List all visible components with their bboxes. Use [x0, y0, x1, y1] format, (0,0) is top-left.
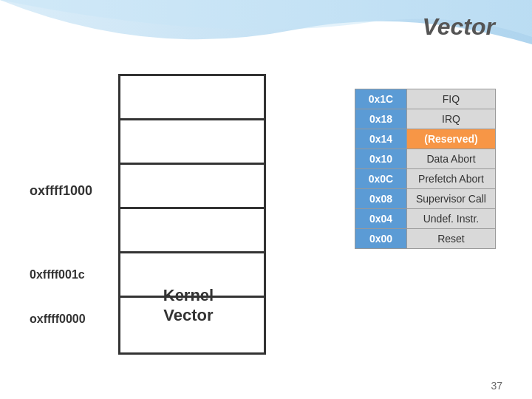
table-cell-name: Prefetch Abort: [407, 169, 496, 189]
table-cell-addr: 0x08: [355, 189, 407, 209]
table-cell-name: Data Abort: [407, 149, 496, 169]
table-cell-addr: 0x10: [355, 149, 407, 169]
table-cell-addr: 0x1C: [355, 89, 407, 109]
memory-diagram: oxffff1000 0xffff001c oxffff0000 KernelV…: [22, 74, 332, 355]
table-cell-addr: 0x04: [355, 209, 407, 229]
table-cell-addr: 0x0C: [355, 169, 407, 189]
table-row: 0x10Data Abort: [355, 149, 496, 169]
ladder-row-1: [120, 74, 264, 118]
table-cell-name: Undef. Instr.: [407, 209, 496, 229]
table-cell-addr: 0x18: [355, 109, 407, 129]
address-label-ffff1000: oxffff1000: [30, 183, 92, 199]
ladder-bottom: [120, 352, 264, 355]
ladder-row-3: [120, 163, 264, 207]
table-cell-name: (Reserved): [407, 129, 496, 149]
table-cell-name: Reset: [407, 229, 496, 249]
main-content: oxffff1000 0xffff001c oxffff0000 KernelV…: [22, 74, 510, 377]
table-cell-name: Supervisor Call: [407, 189, 496, 209]
table-row: 0x18IRQ: [355, 109, 496, 129]
page-number: 37: [491, 380, 502, 392]
table-row: 0x14(Reserved): [355, 129, 496, 149]
table-cell-addr: 0x14: [355, 129, 407, 149]
vector-table: 0x1CFIQ0x18IRQ0x14(Reserved)0x10Data Abo…: [355, 89, 496, 249]
vector-table-container: 0x1CFIQ0x18IRQ0x14(Reserved)0x10Data Abo…: [332, 74, 496, 249]
table-cell-addr: 0x00: [355, 229, 407, 249]
table-row: 0x0CPrefetch Abort: [355, 169, 496, 189]
table-row: 0x00Reset: [355, 229, 496, 249]
table-cell-name: FIQ: [407, 89, 496, 109]
ladder-row-4: [120, 207, 264, 251]
table-row: 0x1CFIQ: [355, 89, 496, 109]
ladder-row-2: [120, 118, 264, 163]
address-label-ffff0000: oxffff0000: [30, 313, 86, 326]
kernel-vector-label: KernelVector: [126, 286, 251, 325]
table-row: 0x04Undef. Instr.: [355, 209, 496, 229]
table-cell-name: IRQ: [407, 109, 496, 129]
address-label-ffff001c: 0xffff001c: [30, 268, 85, 282]
page-title: Vector: [423, 13, 495, 41]
table-row: 0x08Supervisor Call: [355, 189, 496, 209]
